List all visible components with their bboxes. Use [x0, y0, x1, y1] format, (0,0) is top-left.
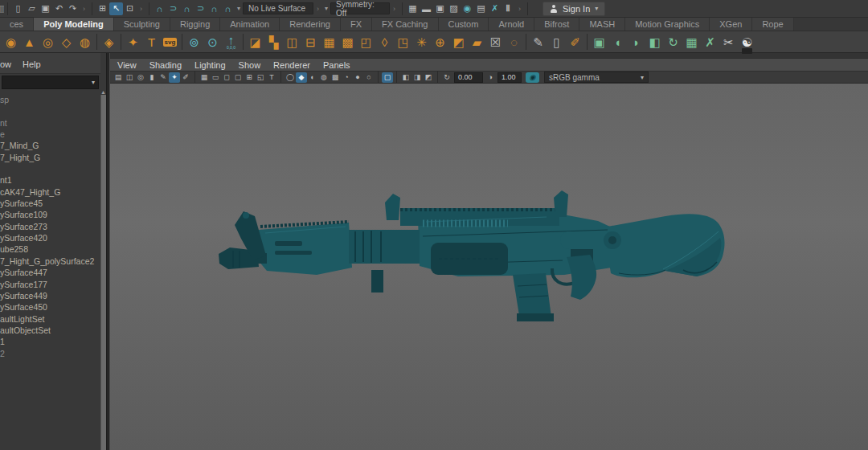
outliner-filter-field[interactable]: ▾ — [2, 76, 99, 89]
quad-draw-icon[interactable]: ◌ — [505, 32, 523, 52]
mash-repro-icon[interactable]: ◖ — [608, 32, 627, 52]
type-text-icon[interactable]: T — [142, 32, 161, 52]
use-all-lights-icon[interactable]: ◍ — [318, 72, 330, 83]
lattice-icon[interactable]: ☒ — [486, 32, 505, 52]
ipr-render-icon[interactable]: ▣ — [433, 2, 447, 15]
outliner-item[interactable] — [0, 163, 100, 174]
python-icon[interactable]: ☯ — [738, 32, 756, 52]
viewport-menu-view[interactable]: View — [117, 60, 137, 70]
extrude-icon[interactable]: ◰ — [357, 32, 375, 52]
tab-motion-graphics[interactable]: Motion Graphics — [625, 18, 710, 31]
make-live-icon[interactable]: ∩ — [221, 2, 235, 15]
tab-arnold[interactable]: Arnold — [489, 18, 534, 31]
combine-icon[interactable]: ◪ — [246, 32, 264, 52]
outliner-item[interactable]: 7_Hight_G — [0, 152, 100, 163]
colorspace-dropdown[interactable]: sRGB gamma ▾ — [544, 72, 649, 83]
outliner-item[interactable]: nt1 — [0, 174, 100, 186]
center-pivot-icon[interactable]: ↑0,0,0 — [222, 32, 240, 52]
tab-fx-caching[interactable]: FX Caching — [372, 18, 438, 31]
tab-rope[interactable]: Rope — [752, 18, 793, 31]
gamma-field[interactable]: 1.00 — [497, 72, 522, 83]
viewport-menu-show[interactable]: Show — [239, 60, 261, 70]
snap-dropdown-arrow-icon[interactable]: ▾ — [237, 5, 240, 12]
brush-icon[interactable]: ✐ — [180, 72, 191, 83]
render-flags-icon[interactable]: ✗ — [488, 2, 502, 15]
tab-bifrost[interactable]: Bifrost — [534, 18, 579, 31]
outliner-item[interactable]: sp — [0, 94, 100, 105]
tab-animation[interactable]: Animation — [220, 18, 280, 31]
outliner-item[interactable]: e — [0, 129, 100, 140]
mash-world-icon[interactable]: ◧ — [645, 32, 664, 52]
create-curve-icon[interactable]: ✎ — [529, 32, 547, 52]
viewport-menu-renderer[interactable]: Renderer — [273, 60, 310, 70]
render-settings-icon[interactable]: ◉ — [461, 2, 474, 15]
poly-plane-icon[interactable]: ◇ — [57, 32, 76, 52]
open-scene-icon[interactable]: ▱ — [25, 2, 39, 15]
outliner-item[interactable]: ySurface450 — [0, 301, 100, 313]
isolate-select-icon[interactable]: ▢ — [382, 72, 393, 83]
resolution-gate-icon[interactable]: ◻ — [221, 72, 232, 83]
outliner-item[interactable]: ySurface177 — [0, 279, 100, 290]
undo-icon[interactable]: ↶ — [52, 2, 66, 15]
color-management-icon[interactable]: ◉ — [526, 72, 539, 83]
outliner-item[interactable]: ySurface273 — [0, 221, 100, 232]
outliner-item[interactable] — [0, 105, 100, 117]
edit-curve-icon[interactable]: ▯ — [547, 32, 566, 52]
boolean-union-icon[interactable]: ◫ — [283, 32, 301, 52]
outliner-item[interactable]: ube258 — [0, 243, 100, 255]
gamma-icon[interactable]: ◑ — [485, 72, 496, 83]
select-object-tool-icon[interactable]: ⊞ — [96, 2, 109, 15]
snap-to-curves-icon[interactable]: ⊃ — [166, 2, 180, 15]
sign-in-button[interactable]: Sign In ▾ — [542, 2, 605, 16]
light-editor-icon[interactable]: ▤ — [474, 2, 488, 15]
group-collapse-arrow-icon[interactable]: › — [393, 5, 395, 13]
outliner-item[interactable]: ySurface45 — [0, 198, 100, 209]
snap-to-grids-icon[interactable]: ∩ — [153, 2, 166, 15]
mash-breakout-icon[interactable]: ✗ — [701, 32, 719, 52]
outliner-item[interactable]: aultLightSet — [0, 313, 100, 325]
outliner-item[interactable]: 2 — [0, 348, 100, 359]
symmetry-field[interactable]: Symmetry: Off — [330, 2, 390, 14]
scene-camera-icon[interactable]: ▤ — [113, 72, 124, 83]
pause-button[interactable]: Ⅱ — [502, 2, 515, 15]
tab-fx[interactable]: FX — [341, 18, 372, 31]
sweep-mesh-icon[interactable]: ✦ — [124, 32, 142, 52]
scrollbar-thumb[interactable] — [100, 95, 106, 450]
group-collapse-arrow-icon[interactable]: › — [83, 5, 85, 13]
outliner-item[interactable]: 7_Mind_G — [0, 140, 100, 151]
grid-fill-icon[interactable]: ▩ — [338, 32, 357, 52]
tab-rigging[interactable]: Rigging — [170, 18, 220, 31]
svg-tool-icon[interactable]: svg — [161, 32, 179, 52]
film-gate-icon[interactable]: ▭ — [210, 72, 221, 83]
outliner-item[interactable]: ySurface420 — [0, 232, 100, 243]
ambient-occlusion-icon[interactable]: ◔ — [341, 72, 352, 83]
mash-dynamics-icon[interactable]: ◗ — [627, 32, 645, 52]
smooth-icon[interactable]: ◊ — [375, 32, 394, 52]
outliner-item[interactable]: aultObjectSet — [0, 325, 100, 336]
outliner-menu-show[interactable]: ow — [0, 59, 11, 69]
grid-toggle-icon[interactable]: ▦ — [199, 72, 210, 83]
snap-to-view-planes-icon[interactable]: ∩ — [207, 2, 221, 15]
scroll-up-arrow-icon[interactable]: ▲ — [100, 53, 106, 95]
viewport-menu-shading[interactable]: Shading — [149, 60, 182, 70]
exposure-icon[interactable]: ↻ — [441, 72, 452, 83]
viewport-canvas[interactable] — [110, 84, 868, 450]
mash-editor-icon[interactable]: ▦ — [682, 32, 701, 52]
poly-disc-icon[interactable]: ◍ — [76, 32, 94, 52]
motion-blur-icon[interactable]: ● — [352, 72, 363, 83]
shaded-mode-icon[interactable]: ◆ — [296, 72, 307, 83]
history-dropdown-arrow-icon[interactable]: ▾ — [325, 5, 328, 12]
mash-network-icon[interactable]: ▣ — [590, 32, 608, 52]
tab-mash[interactable]: MASH — [579, 18, 625, 31]
group-collapse-arrow-icon[interactable]: › — [140, 5, 142, 13]
move-to-origin-icon[interactable]: ⊙ — [203, 32, 222, 52]
flatten-icon[interactable]: ▰ — [468, 32, 486, 52]
bevel-icon[interactable]: ◳ — [394, 32, 412, 52]
render-sequence-icon[interactable]: ▨ — [447, 2, 461, 15]
anti-aliasing-icon[interactable]: ○ — [363, 72, 375, 83]
tab-rendering[interactable]: Rendering — [280, 18, 341, 31]
outliner-item[interactable]: ySurface447 — [0, 267, 100, 278]
outliner-menu-help[interactable]: Help — [23, 59, 41, 69]
platonic-solid-icon[interactable]: ◈ — [100, 32, 118, 52]
gun-model[interactable] — [217, 190, 731, 326]
